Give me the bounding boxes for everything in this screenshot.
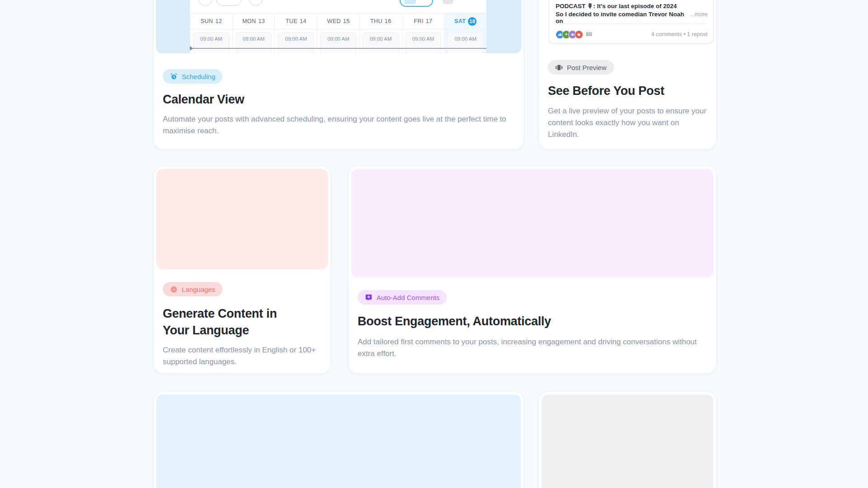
post-preview-badge-label: Post Preview bbox=[567, 64, 607, 71]
date-label: 17 bbox=[426, 18, 433, 24]
day-label: SAT bbox=[454, 18, 466, 24]
bottom-right-image-placeholder bbox=[542, 394, 713, 488]
linkedin-post-preview: PODCAST 🎙: It's our last episode of 2024… bbox=[549, 0, 713, 43]
date-label: 12 bbox=[215, 18, 222, 24]
day-header: MON13 bbox=[233, 13, 275, 29]
preview-card-description: Get a live preview of your posts to ensu… bbox=[548, 105, 707, 141]
day-header: WED15 bbox=[317, 13, 359, 29]
see-more-link[interactable]: ...more bbox=[690, 11, 708, 18]
scheduling-badge-label: Scheduling bbox=[182, 73, 215, 80]
day-label: THU bbox=[370, 18, 382, 24]
alarm-clock-icon bbox=[170, 73, 178, 80]
scheduled-slot[interactable]: 09:00 AM bbox=[320, 32, 357, 53]
scheduled-slot[interactable]: 09:00 AM bbox=[405, 32, 442, 53]
week-view-toggle-fill bbox=[404, 0, 416, 4]
bottom-right-feature-card bbox=[538, 391, 717, 488]
post-divider bbox=[556, 23, 707, 24]
preview-card-title: See Before You Post bbox=[548, 83, 702, 99]
date-label: 13 bbox=[258, 18, 265, 24]
auto-comments-badge: Auto-Add Comments bbox=[358, 290, 447, 305]
current-time-arrow-icon bbox=[190, 46, 193, 51]
globe-icon bbox=[170, 286, 178, 293]
day-header: TUE14 bbox=[275, 13, 317, 29]
comments-image-placeholder bbox=[351, 169, 713, 277]
calendar-day-column: WED1509:00 AM bbox=[317, 13, 359, 53]
love-reaction-icon bbox=[575, 30, 583, 39]
languages-card-title: Generate Content in Your Language bbox=[163, 305, 298, 339]
day-header: THU16 bbox=[360, 13, 402, 29]
day-label: SUN bbox=[201, 18, 213, 24]
calendar-feature-card: SUN1209:00 AMMON1309:00 AMTUE1409:00 AMW… bbox=[153, 0, 524, 150]
languages-image-placeholder bbox=[156, 169, 328, 269]
day-label: TUE bbox=[286, 18, 297, 24]
bottom-left-image-placeholder bbox=[156, 394, 521, 488]
current-time-indicator bbox=[190, 48, 486, 49]
prev-week-button[interactable] bbox=[198, 0, 212, 6]
scheduled-slot[interactable]: 09:00 AM bbox=[447, 32, 484, 53]
post-preview-badge: Post Preview bbox=[548, 60, 614, 75]
next-week-button[interactable] bbox=[249, 0, 263, 6]
comment-plus-icon bbox=[365, 294, 373, 301]
day-label: MON bbox=[242, 18, 256, 24]
scheduling-badge: Scheduling bbox=[163, 69, 222, 84]
date-label: 15 bbox=[343, 18, 350, 24]
calendar-day-column: SAT1809:00 AM bbox=[444, 13, 486, 53]
calendar-card-title: Calendar View bbox=[163, 91, 244, 108]
comments-card-title: Boost Engagement, Automatically bbox=[358, 313, 551, 330]
week-view-toggle[interactable] bbox=[400, 0, 433, 7]
date-label: 16 bbox=[385, 18, 392, 24]
languages-feature-card: Languages Generate Content in Your Langu… bbox=[153, 166, 331, 374]
scheduled-slot[interactable]: 09:00 AM bbox=[193, 32, 230, 53]
day-label: FRI bbox=[414, 18, 423, 24]
calendar-settings-button[interactable] bbox=[443, 0, 453, 4]
calendar-day-column: MON1309:00 AM bbox=[232, 13, 275, 53]
post-text-line2: So I decided to invite comedian Trevor N… bbox=[556, 11, 690, 24]
scheduled-slot[interactable]: 09:00 AM bbox=[363, 32, 399, 53]
post-text-line1: PODCAST 🎙: It's our last episode of 2024 bbox=[556, 3, 677, 9]
calendar-screenshot: SUN1209:00 AMMON1309:00 AMTUE1409:00 AMW… bbox=[156, 0, 521, 53]
languages-badge: Languages bbox=[163, 282, 222, 296]
comments-card-description: Add tailored first comments to your post… bbox=[358, 336, 710, 360]
auto-comments-feature-card: Auto-Add Comments Boost Engagement, Auto… bbox=[348, 166, 717, 374]
day-header: FRI17 bbox=[402, 13, 444, 29]
auto-comments-badge-label: Auto-Add Comments bbox=[377, 294, 439, 301]
scheduled-slot[interactable]: 09:00 AM bbox=[236, 32, 272, 53]
languages-card-description: Create content effortlessly in English o… bbox=[163, 344, 321, 368]
day-header: SUN12 bbox=[190, 13, 232, 29]
post-preview-feature-card: PODCAST 🎙: It's our last episode of 2024… bbox=[538, 0, 717, 150]
day-header: SAT18 bbox=[444, 13, 486, 29]
selected-date-badge: 18 bbox=[468, 17, 476, 26]
carousel-icon bbox=[555, 64, 563, 71]
post-meta: 4 comments • 1 repost bbox=[651, 31, 708, 38]
reaction-count: 88 bbox=[586, 31, 592, 38]
calendar-card-description: Automate your posts with advanced schedu… bbox=[163, 113, 515, 137]
languages-badge-label: Languages bbox=[182, 286, 215, 293]
reaction-cluster: 88 bbox=[556, 30, 592, 39]
calendar-day-column: THU1609:00 AM bbox=[359, 13, 402, 53]
calendar-day-columns: SUN1209:00 AMMON1309:00 AMTUE1409:00 AMW… bbox=[190, 13, 486, 53]
today-button[interactable] bbox=[216, 0, 241, 6]
calendar-day-column: TUE1409:00 AM bbox=[274, 13, 317, 53]
calendar-day-column: SUN1209:00 AM bbox=[190, 13, 232, 53]
date-label: 14 bbox=[300, 18, 307, 24]
bottom-left-feature-card bbox=[153, 391, 524, 488]
calendar-day-column: FRI1709:00 AM bbox=[402, 13, 444, 53]
scheduled-slot[interactable]: 09:00 AM bbox=[278, 32, 314, 53]
day-label: WED bbox=[327, 18, 340, 24]
calendar-week-view: SUN1209:00 AMMON1309:00 AMTUE1409:00 AMW… bbox=[190, 0, 486, 53]
